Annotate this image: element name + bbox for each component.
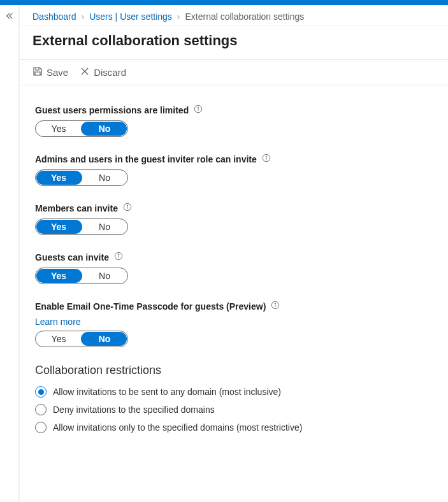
radio-label: Deny invitations to the specified domain… — [53, 405, 215, 415]
toggle-yes[interactable]: Yes — [36, 219, 82, 234]
breadcrumb: Dashboard › Users | User settings › Exte… — [20, 5, 448, 26]
toggle-no[interactable]: No — [82, 219, 127, 234]
toggle-members-invite[interactable]: Yes No — [35, 219, 128, 235]
field-guest-limited: Guest users permissions are limited Yes … — [35, 104, 433, 137]
field-label: Enable Email One-Time Passcode for guest… — [35, 301, 266, 312]
info-icon[interactable] — [123, 203, 132, 213]
radio-allow-specified[interactable]: Allow invitations only to the specified … — [35, 422, 433, 433]
toggle-admins-inviter[interactable]: Yes No — [35, 169, 128, 186]
field-label: Admins and users in the guest inviter ro… — [35, 154, 257, 164]
field-label: Guests can invite — [35, 252, 109, 262]
svg-point-1 — [198, 107, 199, 108]
svg-point-9 — [275, 303, 276, 304]
info-icon[interactable] — [262, 154, 271, 164]
radio-icon — [35, 386, 47, 398]
field-members-invite: Members can invite Yes No — [35, 203, 433, 235]
toggle-otp[interactable]: Yes No — [35, 331, 128, 347]
field-otp: Enable Email One-Time Passcode for guest… — [35, 301, 433, 347]
toggle-no[interactable]: No — [82, 121, 127, 136]
save-icon — [33, 66, 43, 78]
svg-point-7 — [118, 254, 119, 255]
toggle-no[interactable]: No — [82, 170, 127, 185]
chevron-right-icon: › — [177, 11, 180, 22]
save-button[interactable]: Save — [33, 66, 68, 78]
radio-deny-specified[interactable]: Deny invitations to the specified domain… — [35, 404, 433, 415]
toggle-yes[interactable]: Yes — [36, 121, 82, 136]
toggle-no[interactable]: No — [82, 268, 127, 283]
learn-more-link[interactable]: Learn more — [35, 317, 81, 327]
breadcrumb-dashboard[interactable]: Dashboard — [33, 11, 76, 22]
restrictions-title: Collaboration restrictions — [35, 364, 433, 377]
breadcrumb-current: External collaboration settings — [185, 11, 305, 22]
discard-button[interactable]: Discard — [80, 66, 126, 78]
radio-label: Allow invitations only to the specified … — [53, 422, 302, 433]
info-icon[interactable] — [114, 252, 123, 262]
command-bar: Save Discard — [20, 59, 448, 85]
collapse-rail[interactable] — [0, 5, 19, 502]
toggle-yes[interactable]: Yes — [36, 268, 82, 283]
field-guests-invite: Guests can invite Yes No — [35, 252, 433, 284]
field-label: Guest users permissions are limited — [35, 105, 189, 115]
save-label: Save — [47, 67, 68, 78]
breadcrumb-users[interactable]: Users | User settings — [89, 11, 172, 22]
field-label: Members can invite — [35, 203, 118, 213]
svg-point-5 — [127, 205, 127, 206]
radio-icon — [35, 404, 47, 415]
info-icon[interactable] — [194, 104, 203, 115]
close-icon — [80, 66, 90, 78]
radio-label: Allow invitations to be sent to any doma… — [53, 387, 281, 397]
toggle-guest-limited[interactable]: Yes No — [35, 120, 128, 137]
chevron-right-icon: › — [82, 11, 85, 22]
toggle-guests-invite[interactable]: Yes No — [35, 268, 128, 284]
info-icon[interactable] — [271, 301, 280, 312]
radio-allow-any[interactable]: Allow invitations to be sent to any doma… — [35, 386, 433, 398]
toggle-yes[interactable]: Yes — [36, 170, 82, 185]
svg-point-3 — [266, 156, 266, 157]
restrictions-group: Allow invitations to be sent to any doma… — [35, 386, 433, 433]
chevron-double-left-icon — [5, 11, 14, 502]
discard-label: Discard — [94, 67, 126, 78]
toggle-yes[interactable]: Yes — [36, 331, 82, 347]
radio-icon — [35, 422, 47, 433]
top-band — [0, 0, 448, 5]
page-title: External collaboration settings — [20, 26, 448, 59]
field-admins-inviter: Admins and users in the guest inviter ro… — [35, 154, 433, 186]
toggle-no[interactable]: No — [82, 331, 127, 347]
